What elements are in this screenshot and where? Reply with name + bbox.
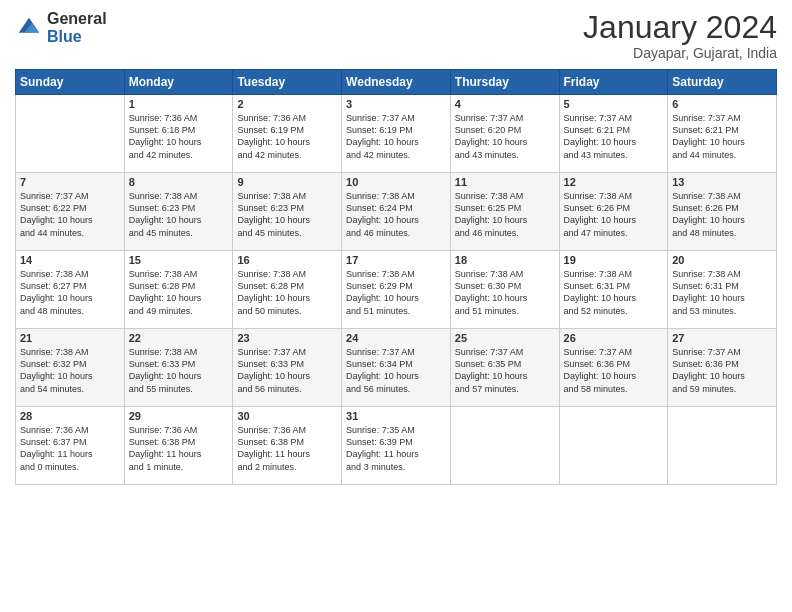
day-number: 4 xyxy=(455,98,555,110)
day-number: 21 xyxy=(20,332,120,344)
day-info: Sunrise: 7:37 AM Sunset: 6:21 PM Dayligh… xyxy=(672,112,772,161)
day-number: 11 xyxy=(455,176,555,188)
day-info: Sunrise: 7:36 AM Sunset: 6:37 PM Dayligh… xyxy=(20,424,120,473)
week-row-3: 14Sunrise: 7:38 AM Sunset: 6:27 PM Dayli… xyxy=(16,251,777,329)
calendar-cell: 7Sunrise: 7:37 AM Sunset: 6:22 PM Daylig… xyxy=(16,173,125,251)
weekday-header-row: SundayMondayTuesdayWednesdayThursdayFrid… xyxy=(16,70,777,95)
day-number: 18 xyxy=(455,254,555,266)
calendar-cell: 5Sunrise: 7:37 AM Sunset: 6:21 PM Daylig… xyxy=(559,95,668,173)
calendar-cell: 4Sunrise: 7:37 AM Sunset: 6:20 PM Daylig… xyxy=(450,95,559,173)
day-info: Sunrise: 7:36 AM Sunset: 6:38 PM Dayligh… xyxy=(129,424,229,473)
day-info: Sunrise: 7:37 AM Sunset: 6:36 PM Dayligh… xyxy=(564,346,664,395)
page: General Blue January 2024 Dayapar, Gujar… xyxy=(0,0,792,612)
day-info: Sunrise: 7:38 AM Sunset: 6:25 PM Dayligh… xyxy=(455,190,555,239)
calendar-cell: 23Sunrise: 7:37 AM Sunset: 6:33 PM Dayli… xyxy=(233,329,342,407)
calendar-cell: 6Sunrise: 7:37 AM Sunset: 6:21 PM Daylig… xyxy=(668,95,777,173)
day-info: Sunrise: 7:37 AM Sunset: 6:33 PM Dayligh… xyxy=(237,346,337,395)
day-info: Sunrise: 7:35 AM Sunset: 6:39 PM Dayligh… xyxy=(346,424,446,473)
day-number: 1 xyxy=(129,98,229,110)
calendar-cell: 8Sunrise: 7:38 AM Sunset: 6:23 PM Daylig… xyxy=(124,173,233,251)
day-info: Sunrise: 7:38 AM Sunset: 6:28 PM Dayligh… xyxy=(129,268,229,317)
day-number: 29 xyxy=(129,410,229,422)
calendar-cell: 2Sunrise: 7:36 AM Sunset: 6:19 PM Daylig… xyxy=(233,95,342,173)
day-info: Sunrise: 7:38 AM Sunset: 6:30 PM Dayligh… xyxy=(455,268,555,317)
calendar-cell: 27Sunrise: 7:37 AM Sunset: 6:36 PM Dayli… xyxy=(668,329,777,407)
day-number: 2 xyxy=(237,98,337,110)
day-info: Sunrise: 7:38 AM Sunset: 6:26 PM Dayligh… xyxy=(564,190,664,239)
day-number: 3 xyxy=(346,98,446,110)
logo-icon xyxy=(15,14,43,42)
calendar-cell: 31Sunrise: 7:35 AM Sunset: 6:39 PM Dayli… xyxy=(342,407,451,485)
calendar-cell: 17Sunrise: 7:38 AM Sunset: 6:29 PM Dayli… xyxy=(342,251,451,329)
day-info: Sunrise: 7:37 AM Sunset: 6:36 PM Dayligh… xyxy=(672,346,772,395)
day-info: Sunrise: 7:37 AM Sunset: 6:19 PM Dayligh… xyxy=(346,112,446,161)
weekday-header-monday: Monday xyxy=(124,70,233,95)
calendar-cell xyxy=(559,407,668,485)
weekday-header-thursday: Thursday xyxy=(450,70,559,95)
calendar-cell: 28Sunrise: 7:36 AM Sunset: 6:37 PM Dayli… xyxy=(16,407,125,485)
week-row-4: 21Sunrise: 7:38 AM Sunset: 6:32 PM Dayli… xyxy=(16,329,777,407)
location-subtitle: Dayapar, Gujarat, India xyxy=(583,45,777,61)
day-number: 23 xyxy=(237,332,337,344)
logo: General Blue xyxy=(15,10,107,45)
day-info: Sunrise: 7:38 AM Sunset: 6:23 PM Dayligh… xyxy=(237,190,337,239)
day-info: Sunrise: 7:37 AM Sunset: 6:35 PM Dayligh… xyxy=(455,346,555,395)
calendar-cell: 9Sunrise: 7:38 AM Sunset: 6:23 PM Daylig… xyxy=(233,173,342,251)
day-info: Sunrise: 7:38 AM Sunset: 6:33 PM Dayligh… xyxy=(129,346,229,395)
calendar-cell xyxy=(450,407,559,485)
day-number: 12 xyxy=(564,176,664,188)
day-number: 9 xyxy=(237,176,337,188)
calendar-cell: 15Sunrise: 7:38 AM Sunset: 6:28 PM Dayli… xyxy=(124,251,233,329)
calendar-cell: 13Sunrise: 7:38 AM Sunset: 6:26 PM Dayli… xyxy=(668,173,777,251)
logo-text: General Blue xyxy=(47,10,107,45)
calendar-cell: 11Sunrise: 7:38 AM Sunset: 6:25 PM Dayli… xyxy=(450,173,559,251)
day-info: Sunrise: 7:38 AM Sunset: 6:26 PM Dayligh… xyxy=(672,190,772,239)
calendar-cell: 1Sunrise: 7:36 AM Sunset: 6:18 PM Daylig… xyxy=(124,95,233,173)
calendar-cell: 20Sunrise: 7:38 AM Sunset: 6:31 PM Dayli… xyxy=(668,251,777,329)
day-info: Sunrise: 7:38 AM Sunset: 6:29 PM Dayligh… xyxy=(346,268,446,317)
day-info: Sunrise: 7:36 AM Sunset: 6:38 PM Dayligh… xyxy=(237,424,337,473)
week-row-5: 28Sunrise: 7:36 AM Sunset: 6:37 PM Dayli… xyxy=(16,407,777,485)
calendar-table: SundayMondayTuesdayWednesdayThursdayFrid… xyxy=(15,69,777,485)
day-info: Sunrise: 7:38 AM Sunset: 6:31 PM Dayligh… xyxy=(672,268,772,317)
calendar-cell xyxy=(668,407,777,485)
day-number: 16 xyxy=(237,254,337,266)
day-info: Sunrise: 7:37 AM Sunset: 6:20 PM Dayligh… xyxy=(455,112,555,161)
logo-general: General xyxy=(47,10,107,28)
title-block: January 2024 Dayapar, Gujarat, India xyxy=(583,10,777,61)
day-number: 20 xyxy=(672,254,772,266)
day-number: 14 xyxy=(20,254,120,266)
day-number: 7 xyxy=(20,176,120,188)
calendar-cell: 21Sunrise: 7:38 AM Sunset: 6:32 PM Dayli… xyxy=(16,329,125,407)
day-info: Sunrise: 7:38 AM Sunset: 6:31 PM Dayligh… xyxy=(564,268,664,317)
month-title: January 2024 xyxy=(583,10,777,45)
day-number: 31 xyxy=(346,410,446,422)
calendar-cell: 22Sunrise: 7:38 AM Sunset: 6:33 PM Dayli… xyxy=(124,329,233,407)
weekday-header-saturday: Saturday xyxy=(668,70,777,95)
day-info: Sunrise: 7:37 AM Sunset: 6:34 PM Dayligh… xyxy=(346,346,446,395)
calendar-cell: 12Sunrise: 7:38 AM Sunset: 6:26 PM Dayli… xyxy=(559,173,668,251)
day-number: 6 xyxy=(672,98,772,110)
day-number: 25 xyxy=(455,332,555,344)
calendar-cell: 25Sunrise: 7:37 AM Sunset: 6:35 PM Dayli… xyxy=(450,329,559,407)
logo-blue: Blue xyxy=(47,28,107,46)
weekday-header-friday: Friday xyxy=(559,70,668,95)
calendar-cell: 3Sunrise: 7:37 AM Sunset: 6:19 PM Daylig… xyxy=(342,95,451,173)
day-number: 26 xyxy=(564,332,664,344)
calendar-cell: 30Sunrise: 7:36 AM Sunset: 6:38 PM Dayli… xyxy=(233,407,342,485)
day-number: 17 xyxy=(346,254,446,266)
day-number: 15 xyxy=(129,254,229,266)
day-info: Sunrise: 7:38 AM Sunset: 6:23 PM Dayligh… xyxy=(129,190,229,239)
day-info: Sunrise: 7:37 AM Sunset: 6:21 PM Dayligh… xyxy=(564,112,664,161)
day-info: Sunrise: 7:36 AM Sunset: 6:19 PM Dayligh… xyxy=(237,112,337,161)
day-number: 28 xyxy=(20,410,120,422)
weekday-header-wednesday: Wednesday xyxy=(342,70,451,95)
day-info: Sunrise: 7:36 AM Sunset: 6:18 PM Dayligh… xyxy=(129,112,229,161)
day-number: 22 xyxy=(129,332,229,344)
day-info: Sunrise: 7:38 AM Sunset: 6:28 PM Dayligh… xyxy=(237,268,337,317)
weekday-header-sunday: Sunday xyxy=(16,70,125,95)
calendar-cell: 10Sunrise: 7:38 AM Sunset: 6:24 PM Dayli… xyxy=(342,173,451,251)
day-number: 13 xyxy=(672,176,772,188)
day-info: Sunrise: 7:37 AM Sunset: 6:22 PM Dayligh… xyxy=(20,190,120,239)
day-number: 5 xyxy=(564,98,664,110)
